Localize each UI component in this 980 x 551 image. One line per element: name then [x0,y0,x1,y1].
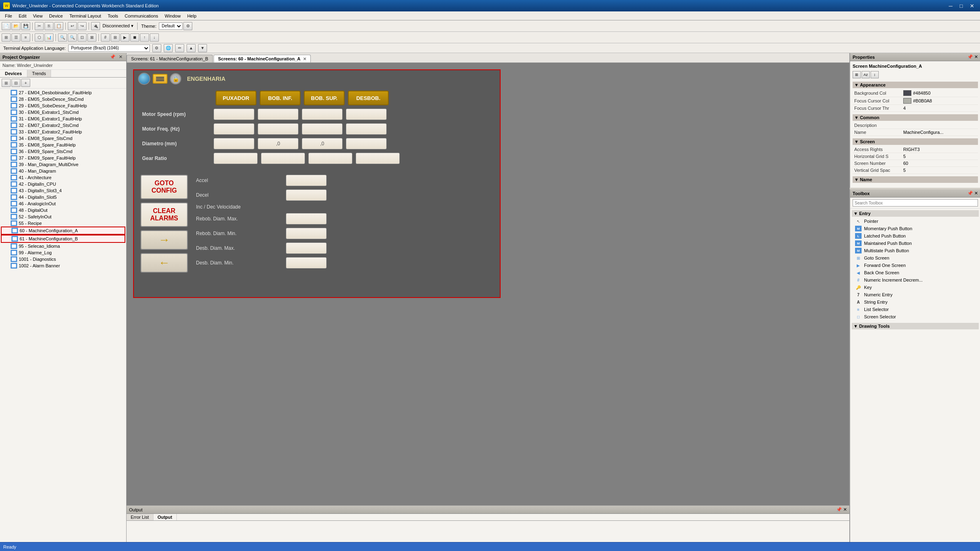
maximize-button[interactable]: □ [956,2,966,10]
props-section-common-title[interactable]: ▼ Common [853,114,978,121]
clear-alarms-button[interactable]: CLEARALARMS [140,202,188,227]
output-pin-btn[interactable]: 📌 [836,507,842,512]
proj-tb-expand-btn[interactable]: ⊞ [2,79,11,87]
tb2-nav2-btn[interactable]: ↓ [150,33,159,42]
tb-undo-btn[interactable]: ↩ [68,22,77,30]
toolbox-item-numeric-entry[interactable]: 7 Numeric Entry [852,291,979,298]
tb2-btn2[interactable]: ☰ [11,33,20,42]
tree-item-1001[interactable]: 1001 - Diagnostics [1,256,125,262]
toolbox-search-input[interactable] [853,199,978,207]
tb-cut-btn[interactable]: ✂ [35,22,44,30]
props-pin-btn[interactable]: 📌 [967,54,973,59]
panel-close-btn[interactable]: ✕ [118,54,124,60]
proj-tb-add-btn[interactable]: + [21,79,30,87]
tree-item-29[interactable]: 29 - EM05_SobeDesce_FaultHelp [1,102,125,109]
cell-ms-desbob[interactable] [346,109,387,120]
props-tb-sort-btn[interactable]: ↕ [871,71,879,78]
tab-screen-61[interactable]: Screens: 61 - MachineConfiguration_B [127,55,213,62]
tree-item-33[interactable]: 33 - EM07_Extrator2_FaultHelp [1,129,125,135]
tree-item-37[interactable]: 37 - EM09_Spare_FaultHelp [1,155,125,161]
tb-copy-btn[interactable]: ⎘ [45,22,53,30]
tree-item-95[interactable]: 95 - Selecao_Idioma [1,243,125,249]
nav-globe-icon[interactable] [138,73,150,85]
toolbox-pin-btn[interactable]: 📌 [967,191,973,196]
focus-color-swatch[interactable] [903,98,911,104]
cell-d-bob-sup[interactable]: ,0 [302,138,343,149]
tab-trends[interactable]: Trends [27,70,51,77]
output-tab-output[interactable]: Output [154,514,177,520]
tb2-align-btn[interactable]: ⊞ [111,33,120,42]
tree-item-39[interactable]: 39 - Man_Diagram_MultiDrive [1,161,125,168]
tb-paste-btn[interactable]: 📋 [54,22,63,30]
tree-item-43[interactable]: 43 - DigitalIn_Slot3_4 [1,187,125,194]
cell-gr-bob-sup[interactable] [308,153,352,164]
toolbox-item-num-inc-dec[interactable]: # Numeric Increment Decrem... [852,276,979,284]
props-tb-alpha-btn[interactable]: Az [862,71,870,78]
cell-rebob-max[interactable] [286,213,327,224]
tree-item-44[interactable]: 44 - DigitalIn_Slot5 [1,194,125,200]
cell-mf-puxador[interactable] [214,123,254,135]
props-section-appearance-title[interactable]: ▼ Appearance [853,82,978,88]
tb-settings-btn[interactable]: ⚙ [183,22,192,30]
toolbox-close-btn[interactable]: ✕ [974,191,978,196]
props-tb-cat-btn[interactable]: ⊞ [853,71,861,78]
toolbox-item-string-entry[interactable]: A String Entry [852,298,979,306]
cell-mf-bob-sup[interactable] [302,123,343,135]
cell-mf-desbob[interactable] [346,123,387,135]
cell-d-bob-inf[interactable]: ,0 [258,138,298,149]
menu-tools[interactable]: Tools [105,13,122,19]
close-tab-60[interactable]: ✕ [303,57,306,61]
props-section-screen-title[interactable]: ▼ Screen [853,138,978,145]
toolbox-item-screen-selector[interactable]: □ Screen Selector [852,313,979,320]
cell-decel[interactable] [286,189,327,201]
menu-device[interactable]: Device [46,13,66,19]
toolbox-item-list-selector[interactable]: ≡ List Selector [852,306,979,313]
tb2-btn3[interactable]: ≡ [21,33,30,42]
tree-item-34[interactable]: 34 - EM08_Spare_StsCmd [1,135,125,142]
tb-new-btn[interactable]: 📄 [2,22,11,30]
tb2-btn5[interactable]: 📊 [45,33,53,42]
tb-save-btn[interactable]: 💾 [21,22,30,30]
lang-settings-btn[interactable]: ⚙ [152,44,161,52]
menu-view[interactable]: View [30,13,46,19]
tb2-stop-btn[interactable]: ⏹ [130,33,139,42]
nav-lock-icon[interactable]: 🔒 [170,73,181,84]
tree-item-36[interactable]: 36 - EM09_Spare_StsCmd [1,148,125,155]
tree-item-28[interactable]: 28 - EM05_SobeDesce_StsCmd [1,96,125,102]
tree-item-40[interactable]: 40 - Man_Diagram [1,168,125,174]
tree-item-61[interactable]: 61 - MachineConfiguration_B [1,235,125,243]
cell-gr-desbob[interactable] [356,153,400,164]
tree-item-48[interactable]: 48 - DigitalOut [1,207,125,213]
cell-ms-bob-inf[interactable] [258,109,298,120]
toolbox-item-key[interactable]: 🔑 Key [852,284,979,291]
canvas-area[interactable]: 🔒 ENGENHARIA PUXADOR BOB. INF. BOB. SUP.… [127,63,849,505]
proj-tb-collapse-btn[interactable]: ⊟ [11,79,20,87]
props-close-btn[interactable]: ✕ [974,54,978,59]
output-close-btn[interactable]: ✕ [843,507,847,512]
minimize-button[interactable]: ─ [946,2,956,10]
tb2-grid-btn[interactable]: # [101,33,110,42]
cell-accel[interactable] [286,175,327,186]
tree-item-52[interactable]: 52 - SafetyInOut [1,213,125,220]
tb2-zoom-fit[interactable]: ⊡ [78,33,87,42]
tb-open-btn[interactable]: 📂 [11,22,20,30]
toolbox-item-goto-screen[interactable]: ⊞ Goto Screen [852,254,979,262]
menu-communications[interactable]: Communications [121,13,161,19]
tab-screen-60[interactable]: Screens: 60 - MachineConfiguration_A ✕ [214,55,311,62]
tab-devices[interactable]: Devices [0,70,27,77]
menu-help[interactable]: Help [184,13,200,19]
tb2-run-btn[interactable]: ▶ [120,33,129,42]
toolbox-section-drawing[interactable]: ▼ Drawing Tools [852,323,979,329]
menu-file[interactable]: File [2,13,16,19]
tb2-zoom-out[interactable]: 🔍 [68,33,77,42]
tb2-btn4[interactable]: ⬡ [35,33,44,42]
cell-ms-puxador[interactable] [214,109,254,120]
cell-ms-bob-sup[interactable] [302,109,343,120]
toolbox-item-back-screen[interactable]: ◀ Back One Screen [852,269,979,276]
tb-theme-select[interactable]: Default [159,22,183,30]
toolbox-item-maintained-push[interactable]: M Maintained Push Button [852,240,979,247]
tb2-btn1[interactable]: ⊞ [2,33,11,42]
tb-connect-btn[interactable]: 🔌 [91,22,100,30]
lang-edit-btn[interactable]: ✏ [175,44,184,52]
cell-d-puxador[interactable] [214,138,254,149]
